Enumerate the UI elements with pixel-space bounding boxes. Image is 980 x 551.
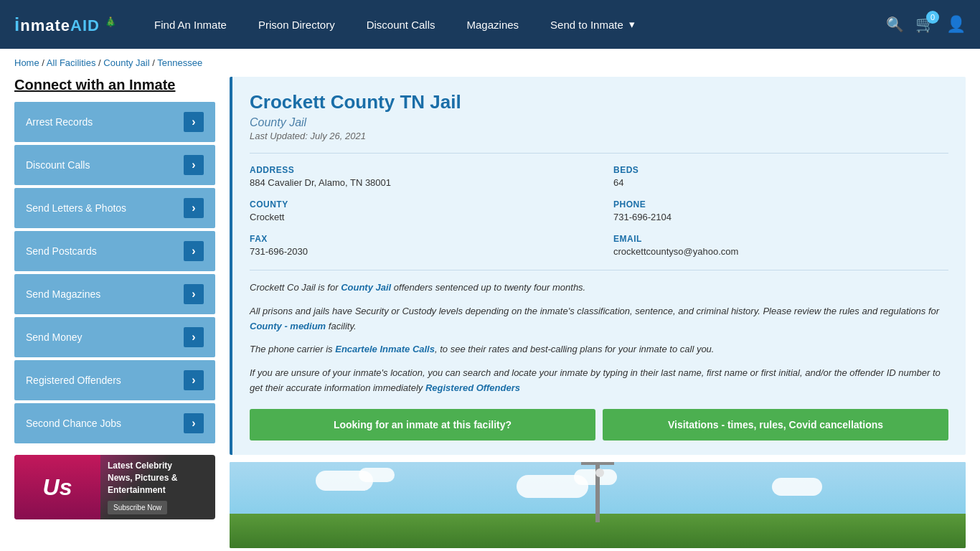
beds-label: BEDS <box>613 165 948 175</box>
main-nav: Find An Inmate Prison Directory Discount… <box>138 0 886 49</box>
logo[interactable]: inmateAID 🎄 <box>14 14 117 36</box>
sidebar-item-label: Send Magazines <box>26 288 100 300</box>
nav-prison-directory[interactable]: Prison Directory <box>242 0 351 49</box>
main-layout: Connect with an Inmate Arrest Records › … <box>0 77 980 551</box>
cloud-2 <box>359 468 395 482</box>
breadcrumb-all-facilities[interactable]: All Facilities <box>47 57 96 68</box>
registered-offenders-link[interactable]: Registered Offenders <box>425 382 520 393</box>
email-block: EMAIL crockettcountyso@yahoo.com <box>613 234 948 257</box>
address-value: 884 Cavalier Dr, Alamo, TN 38001 <box>250 177 585 188</box>
desc-paragraph-2: All prisons and jails have Security or C… <box>250 304 948 334</box>
email-label: EMAIL <box>613 234 948 244</box>
sidebar-menu: Arrest Records › Discount Calls › Send L… <box>14 102 215 443</box>
facility-subtitle: County Jail <box>250 116 948 129</box>
sidebar-arrow-icon: › <box>184 370 204 390</box>
sidebar-item-registered-offenders[interactable]: Registered Offenders › <box>14 360 215 400</box>
sidebar-item-label: Second Chance Jobs <box>26 418 121 429</box>
account-button[interactable]: 👤 <box>946 15 966 34</box>
facility-title: Crockett County TN Jail <box>250 91 948 113</box>
address-label: ADDRESS <box>250 165 585 175</box>
phone-label: PHONE <box>613 199 948 209</box>
sidebar-arrow-icon: › <box>184 112 204 132</box>
beds-block: BEDS 64 <box>613 165 948 188</box>
cart-button[interactable]: 🛒 0 <box>915 15 935 34</box>
email-value: crockettcountyso@yahoo.com <box>613 246 948 257</box>
sidebar-arrow-icon: › <box>184 155 204 175</box>
sidebar-item-send-letters[interactable]: Send Letters & Photos › <box>14 188 215 228</box>
sidebar-title: Connect with an Inmate <box>14 77 215 93</box>
breadcrumb-tennessee[interactable]: Tennessee <box>157 57 202 68</box>
sidebar: Connect with an Inmate Arrest Records › … <box>14 77 215 548</box>
sidebar-item-arrest-records[interactable]: Arrest Records › <box>14 102 215 142</box>
facility-info-grid: ADDRESS 884 Cavalier Dr, Alamo, TN 38001… <box>250 153 948 257</box>
search-icon: 🔍 <box>886 16 904 33</box>
nav-send-to-inmate[interactable]: Send to Inmate ▾ <box>534 0 651 49</box>
sidebar-item-label: Send Letters & Photos <box>26 202 126 214</box>
ad-text: Latest Celebrity News, Pictures & Entert… <box>100 455 184 519</box>
sidebar-item-label: Registered Offenders <box>26 375 121 386</box>
facility-card: Crockett County TN Jail County Jail Last… <box>230 77 966 455</box>
pole-top <box>581 462 614 465</box>
breadcrumb: Home / All Facilities / County Jail / Te… <box>0 49 980 77</box>
sidebar-item-second-chance-jobs[interactable]: Second Chance Jobs › <box>14 403 215 443</box>
county-block: COUNTY Crockett <box>250 199 585 222</box>
county-jail-link-1[interactable]: County Jail <box>341 282 391 293</box>
phone-value: 731-696-2104 <box>613 212 948 222</box>
county-label: COUNTY <box>250 199 585 209</box>
sidebar-arrow-icon: › <box>184 327 204 347</box>
fax-block: FAX 731-696-2030 <box>250 234 585 257</box>
ad-image: Us <box>14 455 100 519</box>
phone-block: PHONE 731-696-2104 <box>613 199 948 222</box>
action-buttons: Looking for an inmate at this facility? … <box>250 409 948 441</box>
visitations-button[interactable]: Visitations - times, rules, Covid cancel… <box>603 409 948 441</box>
facility-description: Crockett Co Jail is for County Jail offe… <box>250 270 948 396</box>
dropdown-arrow-icon: ▾ <box>629 18 635 31</box>
sidebar-arrow-icon: › <box>184 284 204 304</box>
sidebar-arrow-icon: › <box>184 413 204 433</box>
sidebar-item-label: Discount Calls <box>26 159 90 171</box>
user-icon: 👤 <box>946 15 966 34</box>
sidebar-item-send-money[interactable]: Send Money › <box>14 317 215 357</box>
advertisement: Us Latest Celebrity News, Pictures & Ent… <box>14 455 215 519</box>
sidebar-item-send-magazines[interactable]: Send Magazines › <box>14 274 215 314</box>
nav-find-inmate[interactable]: Find An Inmate <box>138 0 242 49</box>
sidebar-item-label: Send Money <box>26 331 83 343</box>
site-header: inmateAID 🎄 Find An Inmate Prison Direct… <box>0 0 980 49</box>
nav-discount-calls[interactable]: Discount Calls <box>351 0 451 49</box>
fax-label: FAX <box>250 234 585 244</box>
breadcrumb-home[interactable]: Home <box>14 57 39 68</box>
nav-magazines[interactable]: Magazines <box>451 0 535 49</box>
address-block: ADDRESS 884 Cavalier Dr, Alamo, TN 38001 <box>250 165 585 188</box>
desc-paragraph-3: The phone carrier is Encartele Inmate Ca… <box>250 342 948 357</box>
county-medium-link[interactable]: County - medium <box>250 321 326 331</box>
breadcrumb-county-jail[interactable]: County Jail <box>103 57 149 68</box>
sidebar-item-label: Arrest Records <box>26 116 93 128</box>
beds-value: 64 <box>613 177 948 188</box>
logo-aid-text: AID <box>70 17 100 34</box>
cloud-5 <box>772 478 822 496</box>
search-button[interactable]: 🔍 <box>886 16 904 33</box>
sidebar-arrow-icon: › <box>184 241 204 261</box>
sidebar-item-label: Send Postcards <box>26 245 97 257</box>
cart-badge: 0 <box>926 11 939 24</box>
ad-subscribe-button[interactable]: Subscribe Now <box>108 501 167 514</box>
desc-paragraph-4: If you are unsure of your inmate's locat… <box>250 366 948 396</box>
encartele-link[interactable]: Encartele Inmate Calls <box>335 344 435 354</box>
header-icons: 🔍 🛒 0 👤 <box>886 15 966 34</box>
sidebar-arrow-icon: › <box>184 198 204 218</box>
desc-paragraph-1: Crockett Co Jail is for County Jail offe… <box>250 281 948 296</box>
sidebar-item-send-postcards[interactable]: Send Postcards › <box>14 231 215 271</box>
fax-value: 731-696-2030 <box>250 246 585 257</box>
county-value: Crockett <box>250 212 585 222</box>
sidebar-item-discount-calls[interactable]: Discount Calls › <box>14 145 215 185</box>
find-inmate-button[interactable]: Looking for an inmate at this facility? <box>250 409 595 441</box>
facility-last-updated: Last Updated: July 26, 2021 <box>250 131 948 141</box>
main-content: Crockett County TN Jail County Jail Last… <box>230 77 966 548</box>
facility-photo <box>230 462 966 548</box>
